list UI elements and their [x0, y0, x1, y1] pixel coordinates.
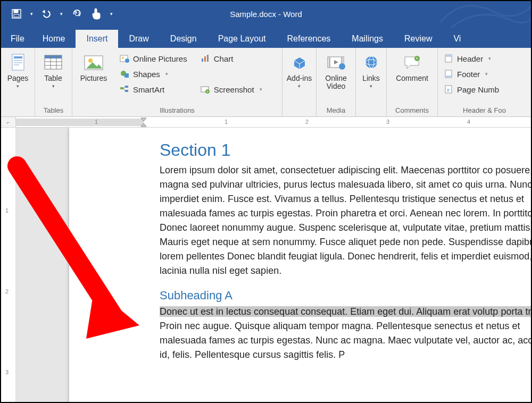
group-pages: Pages ▾ — [1, 48, 35, 116]
shapes-button[interactable]: Shapes — [116, 66, 190, 81]
page-number-label: Page Numb — [457, 85, 499, 94]
group-label-illustrations: Illustrations — [74, 105, 280, 116]
group-label-header-footer: Header & Foo — [440, 105, 529, 116]
table-label: Table — [44, 74, 62, 82]
touch-dropdown-icon[interactable]: ▾ — [107, 6, 115, 22]
svg-rect-2 — [14, 14, 19, 17]
addins-button[interactable]: Add-ins ▾ — [285, 50, 314, 91]
page-number-button[interactable]: # Page Numb — [440, 82, 502, 97]
ruler-vertical[interactable]: 1 2 3 — [1, 128, 16, 402]
paragraph-text[interactable]: Proin nec augue. Quisque aliquam tempor … — [160, 321, 531, 360]
tab-file[interactable]: File — [3, 30, 32, 48]
shapes-icon — [119, 69, 130, 79]
pictures-button[interactable]: Pictures — [74, 50, 113, 85]
document-page[interactable]: Section 1 Lorem ipsum dolor sit amet, co… — [69, 128, 531, 402]
group-label-comments: Comments — [389, 105, 435, 116]
svg-rect-23 — [125, 86, 128, 88]
svg-text:+: + — [206, 90, 209, 94]
chevron-down-icon: ▾ — [370, 83, 372, 89]
svg-rect-8 — [14, 64, 19, 65]
redo-icon[interactable]: ↻ — [67, 6, 85, 22]
tab-insert[interactable]: Insert — [76, 30, 118, 48]
online-pictures-label: Online Pictures — [133, 54, 187, 63]
svg-point-18 — [122, 57, 124, 59]
group-label-addins — [285, 105, 314, 116]
pages-label: Pages — [7, 74, 29, 82]
paragraph[interactable]: Donec ut est in lectus consequat consequ… — [160, 305, 531, 362]
tab-draw[interactable]: Draw — [118, 30, 159, 48]
touch-mode-icon[interactable] — [87, 6, 105, 22]
ruler-horizontal[interactable]: ⌐ 1 1 2 3 4 — [1, 117, 531, 128]
pages-button[interactable]: Pages ▾ — [3, 50, 32, 91]
tab-review[interactable]: Review — [394, 30, 443, 48]
chart-label: Chart — [214, 54, 234, 63]
heading-2[interactable]: Subheading A — [160, 289, 531, 303]
svg-rect-10 — [45, 55, 62, 58]
svg-rect-5 — [14, 56, 22, 58]
svg-rect-6 — [14, 60, 22, 61]
tab-home[interactable]: Home — [32, 30, 76, 48]
title-bar: ▾ ▾ ↻ ▾ Sample.docx - Word — [1, 1, 531, 27]
table-button[interactable]: Table ▾ — [37, 50, 69, 91]
svg-rect-21 — [124, 73, 129, 78]
rulerv-num: 3 — [5, 369, 9, 375]
rulerv-num: 1 — [5, 207, 9, 214]
group-label-media: Media — [319, 105, 353, 116]
group-media: Online Video Media — [317, 48, 356, 116]
footer-button[interactable]: Footer — [440, 66, 502, 81]
online-video-button[interactable]: Online Video — [319, 50, 353, 92]
ruler-num: 2 — [305, 119, 309, 125]
tab-page-layout[interactable]: Page Layout — [207, 30, 277, 48]
footer-label: Footer — [457, 70, 480, 79]
ribbon-tabs: File Home Insert Draw Design Page Layout… — [1, 27, 531, 48]
undo-icon[interactable] — [37, 6, 55, 22]
group-addins: Add-ins ▾ — [282, 48, 317, 116]
ruler-corner[interactable]: ⌐ — [1, 117, 16, 128]
svg-point-34 — [339, 63, 345, 70]
qat-customize-icon[interactable]: ▾ — [28, 6, 35, 22]
links-icon — [361, 52, 382, 73]
tab-references[interactable]: References — [277, 30, 342, 48]
undo-dropdown-icon[interactable]: ▾ — [57, 6, 65, 22]
paragraph[interactable]: Lorem ipsum dolor sit amet, consectetuer… — [160, 163, 531, 278]
tab-mailings[interactable]: Mailings — [341, 30, 394, 48]
group-links: Links ▾ — [356, 48, 387, 116]
header-icon — [443, 53, 454, 64]
save-icon[interactable] — [7, 6, 26, 22]
page-pane[interactable]: Section 1 Lorem ipsum dolor sit amet, co… — [16, 128, 531, 402]
chart-icon — [200, 53, 211, 64]
group-label-tables: Tables — [37, 105, 70, 116]
chart-button[interactable]: Chart — [197, 51, 265, 66]
indent-marker-icon[interactable] — [140, 117, 147, 127]
chevron-down-icon: ▾ — [16, 83, 19, 89]
smartart-icon — [119, 84, 130, 95]
smartart-button[interactable]: SmartArt — [116, 82, 190, 97]
svg-text:+: + — [415, 56, 418, 61]
quick-access-toolbar: ▾ ▾ ↻ ▾ — [5, 6, 115, 22]
smartart-label: SmartArt — [133, 85, 164, 94]
pictures-icon — [83, 52, 104, 73]
links-button[interactable]: Links ▾ — [358, 50, 384, 91]
group-illustrations: Pictures Online Pictures Shapes SmartArt — [72, 48, 282, 116]
svg-rect-1 — [14, 10, 18, 13]
rulerv-num: 2 — [5, 288, 9, 295]
ruler-num: 4 — [467, 119, 470, 125]
comment-button[interactable]: + Comment — [389, 50, 435, 85]
comment-icon: + — [402, 52, 423, 73]
work-area: 1 2 3 Section 1 Lorem ipsum dolor sit am… — [1, 128, 531, 402]
heading-1[interactable]: Section 1 — [160, 140, 531, 160]
tab-view[interactable]: Vi — [443, 30, 471, 48]
ruler-num: 1 — [95, 119, 98, 125]
tab-design[interactable]: Design — [160, 30, 207, 48]
online-pictures-button[interactable]: Online Pictures — [116, 51, 190, 66]
group-comments: + Comment Comments — [387, 48, 438, 116]
online-video-icon — [326, 52, 347, 73]
selected-text[interactable]: Donec ut est in lectus consequat consequ… — [160, 306, 531, 317]
header-button[interactable]: Header — [440, 51, 502, 66]
svg-rect-26 — [204, 56, 206, 62]
svg-rect-25 — [202, 58, 203, 62]
addins-label: Add-ins — [287, 74, 312, 82]
screenshot-button[interactable]: + Screenshot — [197, 82, 265, 97]
shapes-label: Shapes — [133, 70, 160, 79]
group-header-footer: Header Footer # Page Numb Header & Foo — [438, 48, 531, 116]
